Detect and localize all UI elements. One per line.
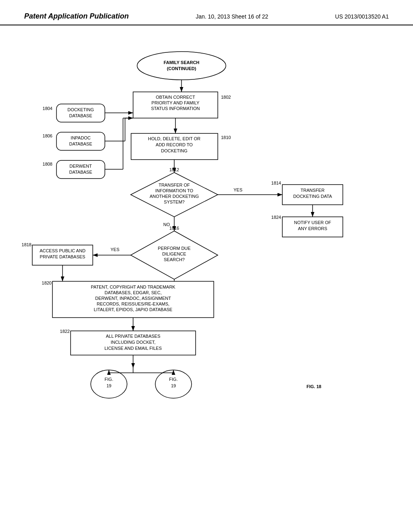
svg-text:19: 19 <box>171 383 176 388</box>
svg-text:DATABASE: DATABASE <box>69 170 92 175</box>
svg-text:LITALERT, EPIDOS, JAPIO DATABA: LITALERT, EPIDOS, JAPIO DATABASE <box>94 307 173 312</box>
svg-text:STATUS INFORMATION: STATUS INFORMATION <box>151 106 200 111</box>
svg-text:DERWENT, INPADOC, ASSIGNMENT: DERWENT, INPADOC, ASSIGNMENT <box>95 296 171 301</box>
svg-text:DOCKETING: DOCKETING <box>67 107 94 112</box>
svg-text:ANY ERRORS: ANY ERRORS <box>298 226 327 231</box>
svg-text:YES: YES <box>111 247 119 252</box>
patent-page: Patent Application Publication Jan. 10, … <box>0 0 413 532</box>
svg-text:ACCESS PUBLIC AND: ACCESS PUBLIC AND <box>40 248 86 253</box>
svg-text:1816: 1816 <box>169 226 179 231</box>
svg-text:(CONTINUED): (CONTINUED) <box>167 66 196 71</box>
svg-text:1802: 1802 <box>221 95 231 100</box>
svg-text:INPADOC: INPADOC <box>71 135 90 140</box>
diagram-area: text { font-family: Arial, sans-serif; f… <box>0 25 413 525</box>
svg-text:FIG.: FIG. <box>104 377 113 382</box>
svg-text:PRIVATE DATABASES: PRIVATE DATABASES <box>40 254 86 259</box>
svg-text:NOTIFY USER OF: NOTIFY USER OF <box>294 220 331 225</box>
svg-text:DATABASES, EDGAR, SEC,: DATABASES, EDGAR, SEC, <box>104 290 161 295</box>
svg-text:1820: 1820 <box>42 281 52 285</box>
svg-text:HOLD, DELETE, EDIT OR: HOLD, DELETE, EDIT OR <box>148 136 200 141</box>
svg-text:1806: 1806 <box>43 133 52 138</box>
svg-text:SYSTEM?: SYSTEM? <box>164 200 184 204</box>
sheet-info: Jan. 10, 2013 Sheet 16 of 22 <box>196 13 268 20</box>
svg-text:DILIGENCE: DILIGENCE <box>162 251 186 256</box>
svg-text:ALL PRIVATE DATABASES: ALL PRIVATE DATABASES <box>106 334 160 339</box>
svg-text:FIG.: FIG. <box>169 377 177 382</box>
svg-text:LICENSE AND EMAIL FILES: LICENSE AND EMAIL FILES <box>104 346 162 351</box>
svg-text:ADD RECORD TO: ADD RECORD TO <box>156 142 193 147</box>
patent-number: US 2013/0013520 A1 <box>335 13 389 20</box>
svg-text:1804: 1804 <box>43 106 52 111</box>
svg-text:YES: YES <box>234 187 242 192</box>
svg-text:FAMILY SEARCH: FAMILY SEARCH <box>164 60 200 65</box>
svg-text:TRANSFER OF: TRANSFER OF <box>159 183 190 187</box>
svg-text:INCLUDING DOCKET,: INCLUDING DOCKET, <box>111 340 155 345</box>
svg-text:DATABASE: DATABASE <box>69 113 92 118</box>
svg-text:ANOTHER DOCKETING: ANOTHER DOCKETING <box>150 194 199 199</box>
svg-text:PERFORM DUE: PERFORM DUE <box>158 246 190 251</box>
svg-text:1808: 1808 <box>43 162 52 166</box>
svg-text:1812: 1812 <box>169 167 179 172</box>
svg-text:RECORDS, REISSUES/RE-EXAMS,: RECORDS, REISSUES/RE-EXAMS, <box>97 301 169 306</box>
svg-text:19: 19 <box>106 383 111 388</box>
svg-text:PRIORITY AND FAMILY: PRIORITY AND FAMILY <box>152 100 200 105</box>
svg-text:DOCKETING: DOCKETING <box>161 148 187 153</box>
svg-text:DERWENT: DERWENT <box>69 164 92 168</box>
flowchart-svg: text { font-family: Arial, sans-serif; f… <box>0 25 413 525</box>
svg-text:DATABASE: DATABASE <box>69 141 92 146</box>
publication-title: Patent Application Publication <box>24 12 129 21</box>
svg-text:OBTAIN CORRECT: OBTAIN CORRECT <box>156 95 195 100</box>
svg-text:DOCKETING DATA: DOCKETING DATA <box>293 194 332 199</box>
svg-text:1814: 1814 <box>271 181 281 185</box>
svg-text:1824: 1824 <box>271 215 281 220</box>
svg-text:PATENT, COPYRIGHT AND TRADEMAR: PATENT, COPYRIGHT AND TRADEMARK <box>91 285 175 289</box>
svg-text:1822: 1822 <box>60 329 70 334</box>
svg-text:1818: 1818 <box>22 242 31 247</box>
page-header: Patent Application Publication Jan. 10, … <box>0 0 413 25</box>
svg-text:TRANSFER: TRANSFER <box>300 188 324 193</box>
svg-text:1810: 1810 <box>221 135 231 140</box>
svg-text:SEARCH?: SEARCH? <box>164 257 185 262</box>
svg-text:INFORMATION TO: INFORMATION TO <box>155 188 194 193</box>
svg-text:FIG. 18: FIG. 18 <box>307 384 321 389</box>
